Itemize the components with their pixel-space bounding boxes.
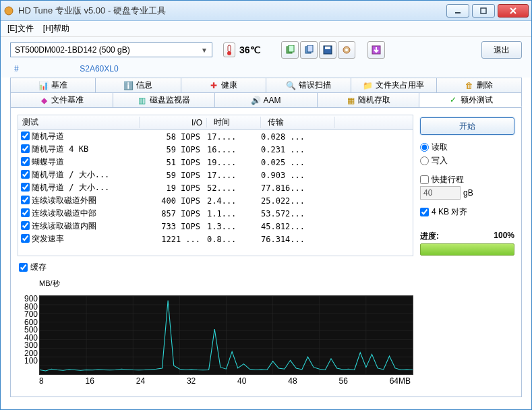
x-tick: 8 (39, 376, 44, 386)
toolbar-icons-2 (367, 41, 385, 59)
table-header: 测试 I/O 时间 传输 (18, 115, 413, 130)
progress-bar (420, 243, 514, 256)
x-tick: 24 (136, 376, 145, 386)
minimize-button[interactable] (446, 4, 469, 18)
svg-rect-12 (325, 47, 330, 49)
tab-icon: 📁 (363, 81, 373, 90)
table-row[interactable]: 蝴蝶寻道51 IOPS19....0.025 ... (18, 156, 413, 169)
tab-label: 文件基准 (51, 94, 84, 106)
cache-checkbox[interactable]: 缓存 (19, 262, 412, 273)
x-tick: 16 (86, 376, 94, 386)
tab-icon: 🔍 (287, 81, 296, 90)
short-stroke-checkbox[interactable]: 快捷行程 (420, 173, 514, 186)
temperature: 36℃ (223, 42, 261, 57)
row-test: 连续读取磁道外圈 (32, 195, 140, 206)
tab-信息[interactable]: ℹ️信息 (96, 78, 181, 92)
copy-screenshot-button[interactable] (300, 41, 318, 59)
download-button[interactable] (367, 41, 385, 59)
tab-icon: 🔊 (251, 96, 260, 105)
tabs: 📊基准ℹ️信息✚健康🔍错误扫描📁文件夹占用率🗑删除 ◆文件基准▥磁盘监视器🔊AA… (10, 78, 522, 107)
row-time: 2.4... (207, 196, 261, 206)
menubar: [E]文件 [H]帮助 (1, 21, 531, 37)
align-checkbox[interactable]: 4 KB 对齐 (420, 205, 514, 218)
tab-label: 磁盘监视器 (150, 94, 190, 106)
menu-help[interactable]: [H]帮助 (43, 23, 69, 34)
row-time: 17.... (207, 171, 261, 180)
read-radio[interactable]: 读取 (420, 140, 514, 154)
close-button[interactable] (498, 4, 529, 18)
app-window: HD Tune 专业版 v5.00 - 硬盘专业工具 [E]文件 [H]帮助 S… (0, 0, 532, 410)
table-row[interactable]: 连续读取磁道内圈733 IOPS1.3...45.812... (18, 220, 413, 233)
tab-健康[interactable]: ✚健康 (181, 78, 266, 92)
row-test: 连续读取磁道中部 (32, 208, 140, 219)
x-tick: 64MB (390, 376, 411, 386)
x-tick: 48 (288, 376, 297, 386)
start-button[interactable]: 开始 (420, 117, 514, 135)
row-checkbox[interactable] (21, 221, 30, 230)
tab-额外测试[interactable]: ✓额外测试 (419, 92, 522, 107)
tab-删除[interactable]: 🗑删除 (437, 78, 522, 92)
row-checkbox[interactable] (21, 234, 30, 243)
table-row[interactable]: 连续读取磁道外圈400 IOPS2.4...25.022... (18, 194, 413, 207)
progress: 进度: 100% (420, 231, 514, 256)
tab-文件夹占用率[interactable]: 📁文件夹占用率 (351, 78, 436, 92)
row-checkbox[interactable] (21, 131, 30, 140)
serial-row: # S2A60XL0 (1, 63, 531, 78)
header-transfer[interactable]: 传输 (261, 117, 335, 128)
row-io: 1221 ... (140, 235, 207, 244)
svg-point-14 (345, 49, 348, 51)
right-column: 开始 读取 写入 快捷行程 gB 4 KB 对齐 进度: 100% (420, 115, 514, 390)
tab-AAM[interactable]: 🔊AAM (215, 92, 318, 107)
row-checkbox[interactable] (21, 157, 30, 166)
tab-错误扫描[interactable]: 🔍错误扫描 (266, 78, 351, 92)
left-column: 测试 I/O 时间 传输 随机寻道58 IOPS17....0.028 ...随… (18, 115, 413, 390)
table-row[interactable]: 随机寻道 4 KB59 IOPS16....0.231 ... (18, 143, 413, 156)
row-time: 17.... (207, 132, 261, 142)
tab-label: 健康 (221, 80, 237, 91)
temperature-value: 36℃ (239, 45, 261, 55)
y-tick: 100 (18, 357, 38, 365)
tab-文件基准[interactable]: ◆文件基准 (10, 92, 113, 107)
row-checkbox[interactable] (21, 170, 30, 179)
table-row[interactable]: 随机寻道 / 大小...19 IOPS52....77.816... (18, 181, 413, 194)
svg-rect-2 (481, 8, 486, 13)
save-button[interactable] (319, 41, 336, 59)
row-xfer: 0.025 ... (261, 158, 335, 167)
header-test[interactable]: 测试 (18, 117, 140, 128)
header-io[interactable]: I/O (140, 118, 207, 127)
x-axis: 816243240485664MB (39, 375, 413, 386)
row-checkbox[interactable] (21, 183, 30, 192)
menu-file[interactable]: [E]文件 (7, 23, 34, 34)
table-row[interactable]: 随机寻道58 IOPS17....0.028 ... (18, 130, 413, 143)
table-row[interactable]: 连续读取磁道中部857 IOPS1.1...53.572... (18, 207, 413, 220)
row-io: 59 IOPS (140, 171, 207, 180)
row-io: 400 IOPS (140, 196, 207, 206)
header-time[interactable]: 时间 (207, 117, 261, 128)
exit-button[interactable]: 退出 (481, 41, 522, 59)
row-test: 突发速率 (32, 233, 140, 245)
row-xfer: 53.572... (261, 209, 335, 218)
row-test: 连续读取磁道内圈 (32, 221, 140, 232)
copy-info-button[interactable] (281, 41, 299, 59)
write-radio[interactable]: 写入 (420, 154, 514, 167)
tab-icon: 🗑 (465, 81, 474, 90)
row-xfer: 76.314... (261, 235, 335, 244)
tab-随机存取[interactable]: ▦随机存取 (318, 92, 420, 107)
tab-磁盘监视器[interactable]: ▥磁盘监视器 (113, 92, 216, 107)
cache-checkbox-input[interactable] (19, 263, 28, 272)
row-checkbox[interactable] (21, 196, 30, 204)
row-checkbox[interactable] (21, 144, 30, 153)
tab-label: 基准 (51, 80, 67, 91)
table-row[interactable]: 随机寻道 / 大小...59 IOPS17....0.903 ... (18, 169, 413, 181)
short-stroke-input (420, 186, 461, 200)
row-io: 733 IOPS (140, 222, 207, 231)
row-io: 59 IOPS (140, 145, 207, 154)
table-row[interactable]: 突发速率1221 ...0.8...76.314... (18, 233, 413, 245)
tab-基准[interactable]: 📊基准 (10, 78, 96, 92)
settings-button[interactable] (338, 41, 355, 59)
drive-select[interactable]: ST500DM002-1BD142 (500 gB) ▼ (10, 42, 212, 57)
x-tick: 40 (237, 376, 246, 386)
maximize-button[interactable] (472, 4, 495, 18)
row-checkbox[interactable] (21, 208, 30, 217)
chart (39, 295, 413, 375)
